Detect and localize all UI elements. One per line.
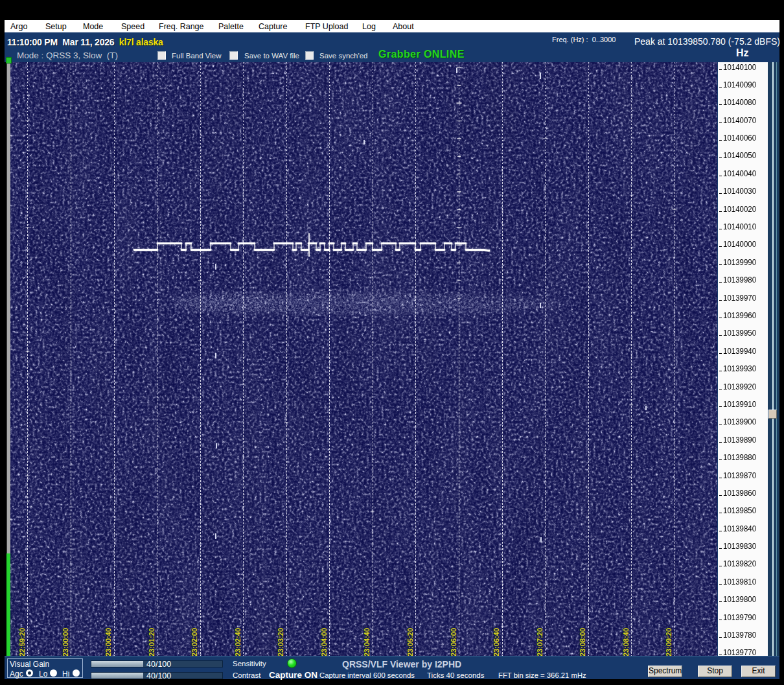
- svg-text:23:06:40: 23:06:40: [492, 628, 500, 656]
- svg-text:23:08:00: 23:08:00: [579, 628, 586, 656]
- svg-text:23:05:20: 23:05:20: [406, 628, 414, 656]
- svg-text:23:01:20: 23:01:20: [148, 628, 156, 656]
- svg-text:23:09:20: 23:09:20: [665, 628, 673, 656]
- svg-text:23:02:40: 23:02:40: [234, 628, 242, 656]
- svg-text:23:03:20: 23:03:20: [277, 628, 284, 656]
- svg-text:23:02:00: 23:02:00: [190, 628, 198, 656]
- svg-text:23:08:40: 23:08:40: [622, 628, 630, 656]
- svg-text:23:04:00: 23:04:00: [320, 628, 328, 656]
- svg-text:23:04:40: 23:04:40: [363, 628, 371, 656]
- svg-text:23:06:00: 23:06:00: [450, 628, 457, 656]
- svg-text:23:00:40: 23:00:40: [104, 628, 112, 656]
- svg-text:23:00:00: 23:00:00: [62, 628, 69, 656]
- svg-text:22:59:20: 22:59:20: [18, 628, 26, 656]
- svg-text:23:07:20: 23:07:20: [536, 628, 544, 656]
